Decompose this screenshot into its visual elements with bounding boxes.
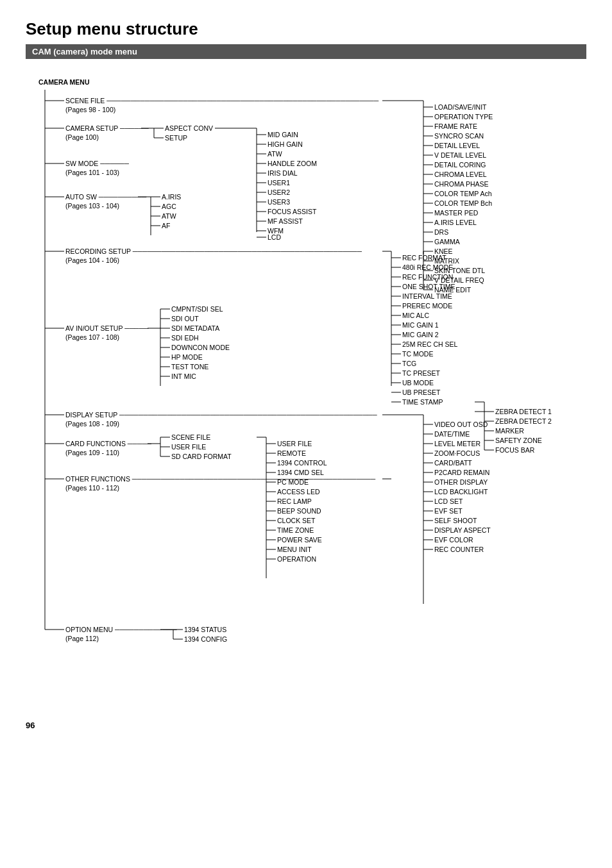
card-functions-label: CARD FUNCTIONS ───── [65,440,152,447]
svg-text:ZEBRA DETECT 2: ZEBRA DETECT 2 [495,417,552,425]
svg-text:MENU INIT: MENU INIT [277,546,312,553]
svg-text:IRIS DIAL: IRIS DIAL [268,169,298,177]
svg-text:LOAD/SAVE/INIT: LOAD/SAVE/INIT [434,103,487,111]
svg-text:PREREC MODE: PREREC MODE [402,302,452,310]
svg-text:AF: AF [162,222,170,230]
svg-text:480i REC MODE: 480i REC MODE [402,263,453,271]
svg-text:TEST TONE: TEST TONE [171,363,208,371]
svg-text:USER1: USER1 [268,179,290,187]
svg-text:(Pages 110 - 112): (Pages 110 - 112) [65,484,119,492]
svg-text:(Pages 109 - 110): (Pages 109 - 110) [65,449,119,456]
svg-text:CHROMA PHASE: CHROMA PHASE [434,180,489,188]
svg-text:HP MODE: HP MODE [171,353,203,361]
page-number: 96 [26,721,586,730]
svg-text:CARD/BATT: CARD/BATT [434,459,472,467]
svg-text:ASPECT CONV: ASPECT CONV [165,124,213,132]
section-header: CAM (camera) mode menu [26,44,586,59]
camera-menu-label: CAMERA MENU [38,78,90,86]
svg-text:REMOTE: REMOTE [277,449,306,457]
svg-text:DRS: DRS [434,228,448,236]
svg-text:25M REC CH SEL: 25M REC CH SEL [402,340,458,348]
svg-text:P2CARD REMAIN: P2CARD REMAIN [434,469,489,476]
svg-text:SAFETY ZONE: SAFETY ZONE [495,437,542,444]
svg-text:ACCESS LED: ACCESS LED [277,488,320,496]
svg-text:UB PRESET: UB PRESET [402,388,441,396]
svg-text:OPERATION TYPE: OPERATION TYPE [434,113,493,121]
svg-text:FOCUS BAR: FOCUS BAR [495,446,535,454]
display-setup-label: DISPLAY SETUP ──────────────────────────… [65,411,377,419]
svg-text:MIC GAIN 2: MIC GAIN 2 [402,331,439,338]
svg-text:MARKER: MARKER [495,427,524,435]
svg-text:(Pages 107 - 108): (Pages 107 - 108) [65,333,119,341]
svg-text:LCD BACKLIGHT: LCD BACKLIGHT [434,488,488,496]
svg-text:HIGH GAIN: HIGH GAIN [268,140,303,148]
svg-text:(Pages 108 - 109): (Pages 108 - 109) [65,420,119,428]
svg-text:V DETAIL LEVEL: V DETAIL LEVEL [434,151,486,159]
svg-text:TC MODE: TC MODE [402,350,433,358]
svg-text:TC PRESET: TC PRESET [402,369,441,377]
svg-text:OTHER DISPLAY: OTHER DISPLAY [434,478,488,486]
svg-text:A.IRIS LEVEL: A.IRIS LEVEL [434,219,477,226]
svg-text:LEVEL METER: LEVEL METER [434,440,480,447]
svg-text:(Page 100): (Page 100) [65,133,99,141]
svg-text:SCENE FILE: SCENE FILE [171,433,210,441]
svg-text:LCD SET: LCD SET [434,497,463,505]
svg-text:BEEP SOUND: BEEP SOUND [277,507,321,515]
svg-text:(Pages 101 - 103): (Pages 101 - 103) [65,169,119,176]
svg-text:SD CARD FORMAT: SD CARD FORMAT [171,453,232,460]
svg-text:POWER SAVE: POWER SAVE [277,536,322,544]
svg-text:REC FUNCTION: REC FUNCTION [402,273,453,281]
svg-text:UB MODE: UB MODE [402,379,434,387]
svg-text:CLOCK SET: CLOCK SET [277,517,316,524]
svg-text:AGC: AGC [162,203,176,210]
svg-text:REC LAMP: REC LAMP [277,497,312,505]
svg-text:MID GAIN: MID GAIN [268,131,298,138]
svg-text:ONE SHOT TIME: ONE SHOT TIME [402,283,455,290]
svg-text:MIC GAIN 1: MIC GAIN 1 [402,321,439,329]
svg-text:DETAIL LEVEL: DETAIL LEVEL [434,142,480,149]
svg-text:SETUP: SETUP [165,134,187,142]
svg-text:REC FORMAT: REC FORMAT [402,254,446,262]
svg-text:DISPLAY ASPECT: DISPLAY ASPECT [434,526,491,534]
svg-text:USER FILE: USER FILE [171,443,206,451]
svg-text:(Page 112): (Page 112) [65,635,99,642]
svg-text:TIME STAMP: TIME STAMP [402,398,443,406]
svg-text:LCD: LCD [268,233,281,241]
svg-text:1394 STATUS: 1394 STATUS [184,626,226,633]
svg-text:SYNCRO SCAN: SYNCRO SCAN [434,132,484,140]
svg-text:(Pages 103 - 104): (Pages 103 - 104) [65,202,119,210]
svg-text:OPERATION: OPERATION [277,555,316,563]
other-functions-label: OTHER FUNCTIONS ────────────────────────… [65,475,376,483]
svg-text:A.IRIS: A.IRIS [162,193,181,201]
svg-text:INTERVAL TIME: INTERVAL TIME [402,292,452,300]
svg-text:HANDLE ZOOM: HANDLE ZOOM [268,160,317,167]
svg-text:ATW: ATW [268,150,282,158]
svg-text:USER FILE: USER FILE [277,440,312,447]
svg-text:TCG: TCG [402,360,416,367]
svg-text:FRAME RATE: FRAME RATE [434,122,477,130]
sw-mode-label: SW MODE ────── [65,160,129,167]
svg-text:VIDEO OUT OSD: VIDEO OUT OSD [434,421,488,428]
camera-setup-label: CAMERA SETUP ────── [65,124,149,132]
svg-text:SELF SHOOT: SELF SHOOT [434,517,477,524]
svg-text:CMPNT/SDI SEL: CMPNT/SDI SEL [171,305,223,313]
svg-text:MF ASSIST: MF ASSIST [268,217,303,225]
svg-text:ZEBRA DETECT 1: ZEBRA DETECT 1 [495,408,552,415]
auto-sw-label: AUTO SW ────────── [65,193,147,201]
svg-text:SDI OUT: SDI OUT [171,315,199,322]
svg-text:1394 CONTROL: 1394 CONTROL [277,459,327,467]
svg-text:USER2: USER2 [268,188,290,196]
svg-text:USER3: USER3 [268,198,290,206]
menu-diagram: CAMERA MENU SCENE FILE ─────────────────… [26,72,586,714]
av-setup-label: AV IN/OUT SETUP ───── [65,324,149,332]
svg-text:SDI METADATA: SDI METADATA [171,324,219,332]
svg-text:EVF SET: EVF SET [434,507,463,515]
svg-text:ZOOM·FOCUS: ZOOM·FOCUS [434,449,480,457]
recording-setup-label: RECORDING SETUP ────────────────────────… [65,247,362,255]
svg-text:COLOR TEMP Ach: COLOR TEMP Ach [434,190,492,197]
svg-text:TIME ZONE: TIME ZONE [277,526,314,534]
svg-text:CHROMA LEVEL: CHROMA LEVEL [434,171,487,178]
svg-text:DETAIL CORING: DETAIL CORING [434,161,486,169]
page-title: Setup menu structure [26,19,586,39]
svg-text:FOCUS ASSIST: FOCUS ASSIST [268,208,317,215]
